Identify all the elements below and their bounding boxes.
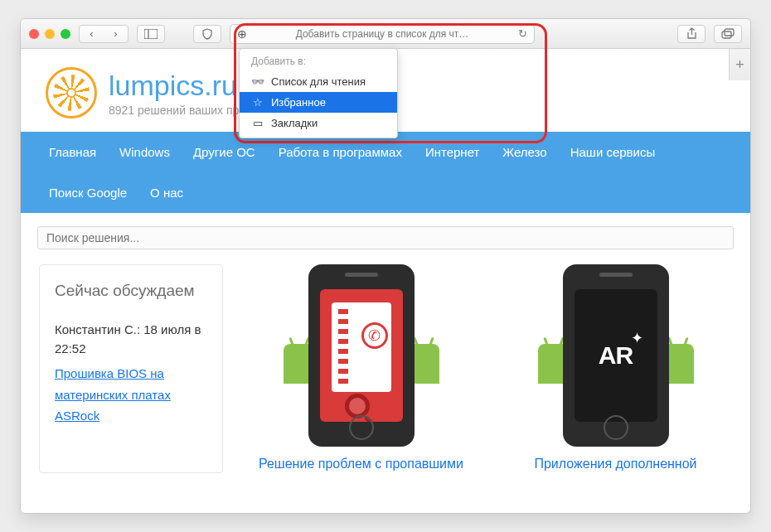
- site-logo: [46, 67, 97, 118]
- reload-icon[interactable]: ↻: [516, 27, 529, 40]
- site-title[interactable]: lumpics.ru: [109, 70, 239, 102]
- nav-back-forward[interactable]: ‹ ›: [79, 25, 128, 43]
- sidebar-toggle-button[interactable]: [137, 25, 165, 43]
- dropdown-item-favorites[interactable]: ☆ Избранное: [240, 92, 397, 113]
- content-area: Сейчас обсуждаем Константин С.: 18 июля …: [21, 256, 750, 481]
- window-controls: [29, 29, 70, 39]
- nav-item-hardware[interactable]: Железо: [491, 132, 558, 172]
- browser-toolbar: ‹ › ⊕ Добавить страницу в список для чт……: [21, 19, 750, 49]
- search-section: [21, 213, 750, 256]
- new-tab-button[interactable]: +: [729, 49, 750, 80]
- nav-item-home[interactable]: Главная: [37, 132, 108, 172]
- main-nav: Главная Windows Другие ОС Работа в прогр…: [21, 132, 750, 213]
- nav-item-services[interactable]: Наши сервисы: [559, 132, 667, 172]
- dropdown-item-label: Список для чтения: [271, 75, 366, 88]
- dropdown-item-label: Закладки: [271, 117, 318, 129]
- tabs-button[interactable]: [714, 25, 742, 43]
- dropdown-item-reading-list[interactable]: 👓 Список для чтения: [240, 71, 397, 92]
- article-title: Приложения дополненной: [534, 455, 696, 473]
- nav-item-internet[interactable]: Интернет: [414, 132, 491, 172]
- address-bar[interactable]: ⊕ Добавить страницу в список для чт… ↻: [230, 24, 535, 44]
- discussion-sidebar: Сейчас обсуждаем Константин С.: 18 июля …: [39, 264, 223, 473]
- phone-illustration: AR✦: [563, 264, 669, 447]
- nav-item-google[interactable]: Поиск Google: [37, 172, 138, 213]
- add-to-dropdown: Добавить в: 👓 Список для чтения ☆ Избран…: [239, 48, 398, 138]
- fullscreen-window-button[interactable]: [61, 29, 70, 39]
- dropdown-header: Добавить в:: [240, 53, 397, 71]
- star-icon: ☆: [251, 96, 264, 109]
- privacy-report-button[interactable]: [193, 25, 221, 43]
- comment-link[interactable]: Прошивка BIOS на материнских платах ASRo…: [55, 366, 171, 423]
- article-card[interactable]: Решение проблем с пропавшими: [245, 264, 478, 473]
- phone-illustration: [308, 264, 415, 447]
- chevron-left-icon: ‹: [80, 27, 104, 40]
- site-tagline: 8921 решений ваших пр: [109, 104, 239, 117]
- article-card[interactable]: AR✦ Приложения дополненной: [499, 264, 732, 473]
- book-icon: ▭: [251, 117, 264, 129]
- dropdown-item-label: Избранное: [271, 96, 326, 109]
- address-bar-text: Добавить страницу в список для чт…: [249, 28, 516, 40]
- articles-grid: Решение проблем с пропавшими AR✦ Приложе…: [245, 264, 732, 473]
- share-button[interactable]: [677, 25, 706, 43]
- glasses-icon: 👓: [251, 75, 264, 88]
- comment-meta: Константин С.: 18 июля в 22:52: [55, 320, 207, 359]
- add-to-icon[interactable]: ⊕: [235, 27, 249, 41]
- nav-item-about[interactable]: О нас: [138, 172, 195, 213]
- minimize-window-button[interactable]: [45, 29, 55, 39]
- nav-item-windows[interactable]: Windows: [108, 132, 182, 172]
- svg-rect-0: [144, 29, 158, 39]
- svg-rect-3: [725, 29, 734, 36]
- article-title: Решение проблем с пропавшими: [259, 455, 463, 473]
- close-window-button[interactable]: [29, 29, 39, 39]
- dropdown-item-bookmarks[interactable]: ▭ Закладки: [240, 113, 397, 133]
- search-input[interactable]: [37, 226, 734, 249]
- sidebar-heading: Сейчас обсуждаем: [55, 280, 207, 302]
- chevron-right-icon: ›: [104, 27, 128, 40]
- svg-rect-2: [722, 31, 731, 38]
